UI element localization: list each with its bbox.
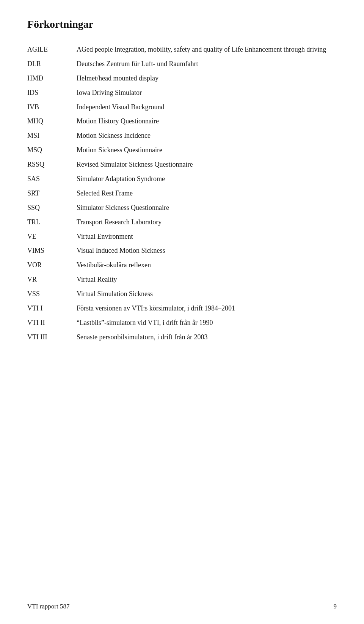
abbr-code: VTI I: [27, 301, 77, 316]
table-row: IDSIowa Driving Simulator: [27, 86, 337, 100]
abbr-code: HMD: [27, 71, 77, 86]
abbr-definition: Första versionen av VTI:s körsimulator, …: [77, 301, 337, 316]
page-title: Förkortningar: [27, 18, 337, 30]
abbr-code: VIMS: [27, 244, 77, 258]
abbr-code: IVB: [27, 100, 77, 115]
table-row: VRVirtual Reality: [27, 273, 337, 287]
abbr-definition: Motion History Questionnaire: [77, 114, 337, 129]
abbr-code: VTI II: [27, 316, 77, 330]
table-row: VTI II“Lastbils”-simulatorn vid VTI, i d…: [27, 316, 337, 330]
table-row: VIMSVisual Induced Motion Sickness: [27, 244, 337, 258]
table-row: HMDHelmet/head mounted display: [27, 71, 337, 86]
abbr-code: RSSQ: [27, 158, 77, 172]
abbr-definition: Motion Sickness Questionnaire: [77, 143, 337, 158]
abbr-code: VE: [27, 230, 77, 244]
abbreviations-table: AGILEAGed people Integration, mobility, …: [27, 43, 337, 345]
abbr-code: MHQ: [27, 114, 77, 129]
table-row: AGILEAGed people Integration, mobility, …: [27, 43, 337, 57]
footer-page-number: 9: [334, 603, 337, 610]
table-row: SRTSelected Rest Frame: [27, 186, 337, 201]
table-row: VSSVirtual Simulation Sickness: [27, 287, 337, 301]
abbr-code: IDS: [27, 86, 77, 100]
abbr-definition: Deutsches Zentrum für Luft- und Raumfahr…: [77, 57, 337, 71]
page-footer: VTI rapport 587 9: [27, 603, 337, 610]
abbr-definition: Visual Induced Motion Sickness: [77, 244, 337, 258]
abbr-definition: AGed people Integration, mobility, safet…: [77, 43, 337, 57]
table-row: SSQSimulator Sickness Questionnaire: [27, 201, 337, 215]
abbr-code: MSI: [27, 129, 77, 143]
abbr-code: SRT: [27, 186, 77, 201]
abbr-definition: Simulator Adaptation Syndrome: [77, 172, 337, 186]
abbr-code: SSQ: [27, 201, 77, 215]
abbr-code: DLR: [27, 57, 77, 71]
table-row: VEVirtual Environment: [27, 230, 337, 244]
abbr-definition: Virtual Simulation Sickness: [77, 287, 337, 301]
table-row: SASSimulator Adaptation Syndrome: [27, 172, 337, 186]
table-row: DLRDeutsches Zentrum für Luft- und Raumf…: [27, 57, 337, 71]
abbr-code: VR: [27, 273, 77, 287]
abbr-code: MSQ: [27, 143, 77, 158]
table-row: TRLTransport Research Laboratory: [27, 215, 337, 230]
abbr-code: VSS: [27, 287, 77, 301]
abbr-definition: Simulator Sickness Questionnaire: [77, 201, 337, 215]
table-row: MSIMotion Sickness Incidence: [27, 129, 337, 143]
abbr-definition: Iowa Driving Simulator: [77, 86, 337, 100]
table-row: RSSQRevised Simulator Sickness Questionn…: [27, 158, 337, 172]
table-row: MHQMotion History Questionnaire: [27, 114, 337, 129]
abbr-definition: Selected Rest Frame: [77, 186, 337, 201]
table-row: VTI IFörsta versionen av VTI:s körsimula…: [27, 301, 337, 316]
abbr-definition: Independent Visual Background: [77, 100, 337, 115]
abbr-definition: Senaste personbilsimulatorn, i drift frå…: [77, 330, 337, 345]
abbr-code: SAS: [27, 172, 77, 186]
abbr-definition: Transport Research Laboratory: [77, 215, 337, 230]
abbr-definition: Motion Sickness Incidence: [77, 129, 337, 143]
abbr-code: TRL: [27, 215, 77, 230]
table-row: MSQMotion Sickness Questionnaire: [27, 143, 337, 158]
abbr-definition: Virtual Reality: [77, 273, 337, 287]
abbr-definition: Virtual Environment: [77, 230, 337, 244]
abbr-definition: Vestibulär-okulära reflexen: [77, 258, 337, 273]
abbr-definition: Helmet/head mounted display: [77, 71, 337, 86]
footer-report-label: VTI rapport 587: [27, 603, 69, 610]
table-row: VTI IIISenaste personbilsimulatorn, i dr…: [27, 330, 337, 345]
abbr-code: VTI III: [27, 330, 77, 345]
abbr-code: VOR: [27, 258, 77, 273]
abbr-code: AGILE: [27, 43, 77, 57]
table-row: IVBIndependent Visual Background: [27, 100, 337, 115]
abbr-definition: Revised Simulator Sickness Questionnaire: [77, 158, 337, 172]
abbr-definition: “Lastbils”-simulatorn vid VTI, i drift f…: [77, 316, 337, 330]
table-row: VORVestibulär-okulära reflexen: [27, 258, 337, 273]
